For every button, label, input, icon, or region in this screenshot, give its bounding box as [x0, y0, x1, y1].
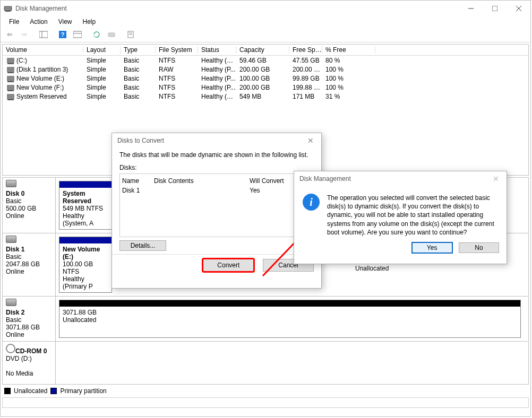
close-button[interactable] [507, 1, 530, 16]
volume-row[interactable]: (Disk 1 partition 3)SimpleBasicRAWHealth… [3, 65, 528, 74]
rescan-button[interactable] [105, 28, 118, 41]
legend-swatch-primary [50, 388, 57, 394]
col-free[interactable]: Free Spa... [289, 46, 322, 54]
col-layout[interactable]: Layout [83, 46, 121, 54]
disk-icon [6, 236, 16, 243]
help-button[interactable]: ? [56, 28, 70, 41]
confirm-dialog: Disk Management ✕ i The operation you se… [294, 171, 507, 264]
dialog-titlebar: Disks to Convert ✕ [112, 133, 321, 148]
disk-info[interactable]: Disk 0Basic500.00 GBOnline [3, 178, 56, 233]
col-contents: Disk Contents [154, 177, 250, 185]
svg-rect-6 [39, 31, 48, 38]
col-willconvert: Will Convert [250, 177, 297, 185]
forward-button[interactable]: ⇨ [18, 28, 31, 41]
volume-row[interactable]: System ReservedSimpleBasicNTFSHealthy (S… [3, 92, 528, 101]
volume-row[interactable]: (C:)SimpleBasicNTFSHealthy (B...59.46 GB… [3, 56, 528, 65]
disk-info[interactable]: Disk 1Basic2047.88 GBOnline [3, 233, 56, 296]
svg-rect-10 [73, 31, 82, 38]
volume-icon [7, 76, 14, 81]
svg-rect-1 [5, 11, 11, 12]
confirm-titlebar: Disk Management ✕ [294, 171, 507, 186]
show-hide-console-tree-button[interactable] [37, 28, 50, 41]
dialog-title: Disks to Convert [117, 137, 164, 144]
svg-text:?: ? [61, 31, 65, 38]
status-bar [2, 397, 529, 408]
cdrom-icon [6, 344, 15, 353]
menubar: File Action View Help [1, 16, 530, 27]
minimize-button[interactable] [459, 1, 483, 16]
col-filesystem[interactable]: File System [156, 46, 198, 54]
legend: Unallocated Primary partition [2, 386, 529, 396]
menu-view[interactable]: View [53, 17, 78, 27]
confirm-title: Disk Management [299, 175, 351, 182]
info-icon: i [303, 194, 320, 211]
dialog-close-icon[interactable]: ✕ [300, 136, 321, 145]
convert-button[interactable]: Convert [203, 259, 254, 272]
disk-icon [6, 180, 16, 187]
disks-to-convert-dialog: Disks to Convert ✕ The disks that will b… [111, 133, 322, 289]
properties-button[interactable] [124, 28, 138, 41]
window-title: Disk Management [15, 5, 67, 12]
disk-row: Disk 2Basic3071.88 GBOnline3071.88 GBUna… [3, 297, 528, 342]
confirm-message: The operation you selected will convert … [327, 194, 498, 237]
disk-info[interactable]: Disk 2Basic3071.88 GBOnline [3, 297, 56, 341]
disks-list[interactable]: Name Disk Contents Will Convert Disk 1 Y… [119, 173, 314, 237]
titlebar: Disk Management [1, 1, 530, 16]
col-volume[interactable]: Volume [3, 46, 83, 54]
details-button[interactable]: Details... [119, 240, 166, 251]
dialog-message: The disks that will be made dynamic are … [119, 151, 314, 159]
maximize-button[interactable] [483, 1, 507, 16]
underlying-unallocated-label: Unallocated [355, 265, 389, 272]
partition[interactable]: 3071.88 GBUnallocated [59, 300, 521, 338]
no-button[interactable]: No [459, 242, 499, 253]
volume-row[interactable]: New Volume (E:)SimpleBasicNTFSHealthy (P… [3, 74, 528, 83]
disks-label: Disks: [119, 164, 314, 171]
menu-help[interactable]: Help [78, 17, 101, 27]
legend-unallocated: Unallocated [14, 387, 47, 395]
col-status[interactable]: Status [198, 46, 236, 54]
back-button[interactable]: ⇦ [3, 28, 16, 41]
yes-button[interactable]: Yes [411, 242, 453, 254]
volume-icon [7, 94, 14, 99]
legend-primary: Primary partition [60, 387, 106, 395]
partition[interactable]: System Reserved549 MB NTFSHealthy (Syste… [59, 181, 112, 230]
refresh-button[interactable] [90, 28, 104, 41]
disk-row[interactable]: Disk 1 Yes [122, 186, 311, 195]
disk-map: 3071.88 GBUnallocated [56, 297, 528, 341]
col-type[interactable]: Type [121, 46, 156, 54]
volume-row[interactable]: New Volume (F:)SimpleBasicNTFSHealthy (P… [3, 83, 528, 92]
volume-icon [7, 85, 14, 90]
partition[interactable]: New Volume (E:)100.00 GB NTFSHealthy (Pr… [59, 237, 112, 293]
menu-file[interactable]: File [4, 17, 24, 27]
col-capacity[interactable]: Capacity [236, 46, 289, 54]
col-name: Name [122, 177, 154, 185]
menu-action[interactable]: Action [24, 17, 53, 27]
disk-info[interactable]: CD-ROM 0DVD (D:)No Media [3, 342, 56, 384]
col-pctfree[interactable]: % Free [322, 46, 375, 54]
svg-rect-0 [4, 6, 12, 11]
svg-rect-12 [108, 33, 115, 37]
legend-swatch-unallocated [4, 388, 11, 394]
disk-icon [6, 299, 16, 306]
disk-row: CD-ROM 0DVD (D:)No Media [3, 342, 528, 384]
disk-map [56, 342, 528, 384]
svg-rect-3 [492, 6, 497, 11]
settings-button[interactable] [71, 28, 84, 41]
volume-icon [7, 67, 14, 72]
app-icon [4, 4, 12, 13]
volume-icon [7, 58, 14, 63]
toolbar: ⇦ ⇨ ? [1, 27, 530, 42]
volume-list-header: Volume Layout Type File System Status Ca… [3, 45, 528, 56]
confirm-close-icon[interactable]: ✕ [485, 175, 507, 183]
